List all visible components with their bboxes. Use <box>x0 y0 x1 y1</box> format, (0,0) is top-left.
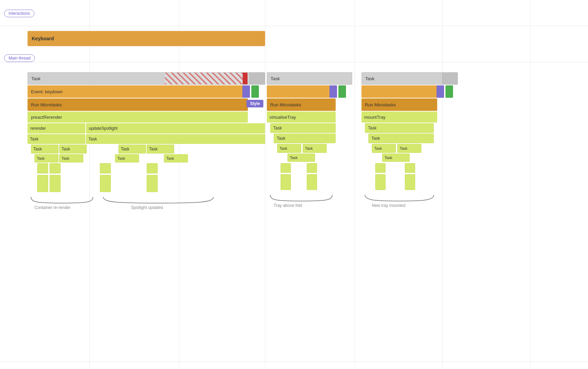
leaf-row-1 <box>28 163 265 173</box>
task-box-l1-1: Task <box>28 134 85 144</box>
leaf-r2-row1 <box>375 163 458 173</box>
brace-2-svg <box>100 196 217 205</box>
red-end-marker <box>243 73 248 84</box>
leaf-r1-row2 <box>281 174 352 190</box>
task-r1-l3-1: Task <box>277 144 301 153</box>
leaf-r2-tall-2 <box>405 174 415 190</box>
task-r2-l4: Task <box>382 154 410 162</box>
task-box-l2-2: Task <box>59 145 87 154</box>
purple-box-r1 <box>329 85 337 98</box>
leaf-r1-1 <box>281 163 291 173</box>
leaf-3 <box>100 163 111 173</box>
preact-rerender-bar: preactRerender <box>28 112 248 123</box>
leaf-r1-tall-2 <box>307 174 317 190</box>
right-section-1: Task Run Microtasks virtualiseTray Task … <box>267 72 352 211</box>
task-r2-l3-1: Task <box>372 144 396 153</box>
update-spotlight-bar: updateSpotlight <box>86 123 265 134</box>
leaf-tall-1 <box>37 175 48 192</box>
run-microtasks-row-left: Run Microtasks Style <box>28 98 265 111</box>
interactions-label: Interactions <box>9 11 30 16</box>
event-keydown-label: Event: keydown <box>31 89 63 94</box>
brace-2-label: Spotlight updated <box>131 205 163 210</box>
leaf-tall-3 <box>100 175 111 192</box>
main-thread-badge[interactable]: Main thread <box>4 54 35 62</box>
task-r2-l1: Task <box>365 123 434 133</box>
brace-1-label: Container re-render <box>34 205 71 210</box>
task-bar-r1: Task <box>267 72 352 85</box>
leaf-2 <box>50 163 61 173</box>
brace-row: Container re-render Spotlight updated <box>28 196 265 213</box>
task-r1-l2: Task <box>274 134 336 143</box>
left-section: Task Event: keydown Run Microtasks Style… <box>28 72 265 213</box>
run-microtasks-label-left: Run Microtasks <box>31 102 62 107</box>
task-r1-l1: Task <box>270 123 336 133</box>
brace-1-svg <box>28 196 96 205</box>
rerender-bar: rerender <box>28 123 85 134</box>
task-box-l3-3: Task <box>115 154 139 162</box>
leaf-1 <box>37 163 48 173</box>
leaf-r1-row1 <box>281 163 352 173</box>
purple-box-1 <box>242 85 250 98</box>
gray-right-box-r2 <box>442 73 458 84</box>
task-bar-r2: Task <box>361 72 458 85</box>
style-badge: Style <box>246 100 263 107</box>
event-bar-r1 <box>267 85 336 98</box>
task-box-l2-1: Task <box>31 145 59 154</box>
task-bar-label: Task <box>31 76 41 81</box>
keyboard-label: Keyboard <box>32 36 54 41</box>
task-r2-l3-2: Task <box>397 144 421 153</box>
brace-r2: New tray mounted <box>361 193 458 211</box>
event-keydown-row: Event: keydown <box>28 85 265 98</box>
leaf-tall-2 <box>50 175 61 192</box>
leaf-r2-tall-1 <box>375 174 386 190</box>
main-thread-label: Main thread <box>9 56 30 61</box>
task-box-l2-3: Task <box>118 145 146 154</box>
task-box-l1-2: Task <box>86 134 265 144</box>
task-r2-l3-row: Task Task <box>372 144 458 153</box>
task-r1-l3-row: Task Task <box>277 144 352 153</box>
brace-r1-label: Tray above fold <box>274 203 302 208</box>
event-bar-r1-row <box>267 85 352 98</box>
leaf-r1-tall-1 <box>281 174 291 190</box>
right-section-2: Task Run Microtasks mountTray Task Task … <box>361 72 458 211</box>
purple-box-r2 <box>437 85 444 98</box>
brace-r1: Tray above fold <box>267 193 352 211</box>
leaf-r2-2 <box>405 163 415 173</box>
task-bar-left: Task <box>28 72 265 85</box>
leaf-row-2 <box>28 175 265 192</box>
event-bar-r2 <box>361 85 437 98</box>
leaf-r2-row2 <box>375 174 458 190</box>
rerender-row: rerender updateSpotlight <box>28 123 265 134</box>
run-microtasks-bar-left: Run Microtasks <box>28 98 248 111</box>
task-bar-r1-label: Task <box>271 76 280 81</box>
run-microtasks-bar-r1: Run Microtasks <box>267 98 336 111</box>
task-box-l3-4: Task <box>164 154 188 162</box>
task-box-l3-2: Task <box>59 154 83 162</box>
run-microtasks-label-r2: Run Microtasks <box>365 102 396 107</box>
interactions-badge[interactable]: Interactions <box>4 10 34 17</box>
brace-r2-label: New tray mounted <box>372 203 405 208</box>
leaf-tall-4 <box>147 175 158 192</box>
leaf-4 <box>147 163 158 173</box>
virtualise-tray-bar: virtualiseTray <box>267 112 336 123</box>
virtualise-tray-label: virtualiseTray <box>270 115 296 120</box>
task-box-l2-4: Task <box>147 145 174 154</box>
event-keydown-bar: Event: keydown <box>28 85 248 98</box>
event-bar-r2-row <box>361 85 458 98</box>
mount-tray-label: mountTray <box>364 115 386 120</box>
gray-right-box <box>250 73 265 84</box>
task-bar-r2-label: Task <box>365 76 375 81</box>
brace-r2-svg <box>361 193 437 203</box>
update-spotlight-label: updateSpotlight <box>89 126 117 131</box>
brace-r1-svg <box>267 193 336 203</box>
style-badge-label: Style <box>250 101 260 106</box>
mount-tray-bar: mountTray <box>361 112 437 123</box>
green-box-1 <box>251 85 259 98</box>
rerender-label: rerender <box>30 126 46 131</box>
task-level2-row: Task Task Task Task <box>28 145 265 154</box>
leaf-r2-1 <box>375 163 386 173</box>
task-box-l3-1: Task <box>34 154 59 162</box>
keyboard-bar: Keyboard <box>28 31 265 46</box>
green-box-r2 <box>445 85 453 98</box>
green-box-r1 <box>338 85 346 98</box>
